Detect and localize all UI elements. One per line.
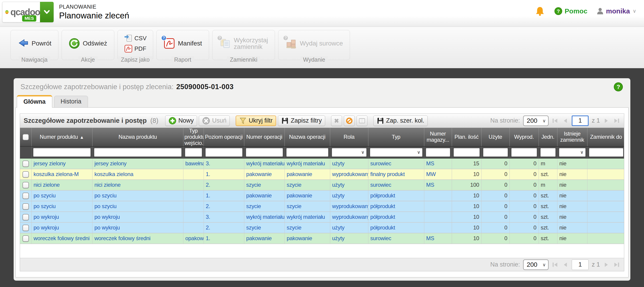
table-row[interactable]: po szyciupo szyciu2.szycieszyciewyproduk… [20, 201, 624, 212]
clear-filter-button[interactable] [331, 116, 342, 126]
tab-glowna[interactable]: Główna [17, 95, 52, 108]
column-header-12[interactable]: Wyprod. [510, 128, 538, 146]
column-header-11[interactable]: Użyte [481, 128, 510, 146]
row-checkbox[interactable] [22, 171, 29, 178]
table-cell: wyprodukowany [330, 169, 368, 180]
table-cell: po wykroju [92, 212, 183, 222]
prev-page-button[interactable] [562, 261, 568, 268]
filter-funnel-icon [239, 117, 246, 124]
table-cell: nici zielone [31, 180, 92, 190]
column-header-5[interactable]: Numer operacji [244, 128, 284, 146]
prev-page-button[interactable] [562, 117, 568, 124]
column-filter-input[interactable] [454, 148, 480, 157]
page-number-input[interactable] [572, 116, 588, 126]
table-cell: 0 [481, 190, 510, 201]
column-header-1[interactable]: Numer produktu▲ [31, 128, 92, 146]
notification-bell-icon[interactable] [535, 6, 545, 16]
column-chooser-button[interactable] [356, 116, 368, 126]
table-row[interactable]: jersey zielonyjersey zielonybawełna3.wyk… [20, 158, 624, 169]
refresh-button[interactable]: Odśwież [67, 36, 109, 51]
table-cell [587, 190, 624, 201]
column-header-6[interactable]: Nazwa operacji [284, 128, 330, 146]
column-filter-select[interactable]: ∨ [370, 148, 422, 157]
module-name: PLANOWANIE [59, 4, 129, 10]
column-filter-input[interactable] [589, 148, 623, 157]
column-header-4[interactable]: Poziom operacji [204, 128, 244, 146]
help-link[interactable]: ? Pomoc [554, 7, 588, 15]
select-all-checkbox[interactable] [22, 134, 29, 140]
table-row[interactable]: po wykrojupo wykroju2.szycieszycieużytyp… [20, 222, 624, 233]
last-page-button[interactable] [613, 117, 620, 124]
column-header-2[interactable]: Nazwa produktu [92, 128, 183, 146]
use-substitute-button[interactable]: ? Wykorzystaj zamiennik [218, 36, 270, 52]
save-filters-button[interactable]: Zapisz filtry [278, 116, 325, 126]
column-filter-input[interactable] [540, 148, 556, 157]
row-checkbox[interactable] [22, 235, 29, 242]
table-cell [183, 190, 204, 201]
row-checkbox[interactable] [22, 225, 29, 231]
table-row[interactable]: po szyciupo szyciu1.pakowaniepakowanieuż… [20, 190, 624, 201]
cancel-selection-button[interactable] [344, 116, 355, 126]
row-checkbox[interactable] [22, 182, 29, 188]
column-header-9[interactable]: Numer magazy... [424, 128, 452, 146]
table-row[interactable]: koszulka zielona-Mkoszulka zielona1.pako… [20, 169, 624, 180]
row-checkbox-cell [20, 169, 31, 180]
export-csv-button[interactable]: CSV [123, 34, 148, 43]
column-header-7[interactable]: Rola [330, 128, 368, 146]
panel-help-button[interactable]: ? [614, 82, 623, 92]
manifest-button[interactable]: ? Manifest [162, 36, 204, 51]
table-row[interactable]: woreczek foliowy średniworeczek foliowy … [20, 233, 624, 244]
column-filter-input[interactable] [483, 148, 508, 157]
column-header-14[interactable]: Istnieje zamiennik [557, 128, 587, 146]
column-header-3[interactable]: Typ produktu wejścio... [183, 128, 204, 146]
page-number-input[interactable] [572, 259, 588, 270]
column-filter-input[interactable] [426, 148, 450, 157]
column-filter-input[interactable] [185, 148, 202, 157]
column-filter-input[interactable] [511, 148, 537, 157]
user-name: monika [606, 7, 630, 15]
table-cell: 10 [452, 212, 481, 222]
column-filter-select[interactable]: ∨ [559, 148, 586, 157]
next-page-button[interactable] [603, 261, 610, 268]
hide-filter-button[interactable]: Ukryj filtr [236, 116, 276, 126]
row-checkbox[interactable] [22, 161, 29, 167]
column-header-13[interactable]: Jedn. [538, 128, 557, 146]
cancel-circle-icon [346, 117, 353, 124]
column-filter-input[interactable] [286, 148, 328, 157]
column-filter-input[interactable] [206, 148, 242, 157]
row-checkbox[interactable] [22, 193, 29, 199]
save-column-widths-button[interactable]: Zap. szer. kol. [373, 116, 428, 126]
issue-materials-button[interactable]: ? Wydaj surowce [283, 36, 345, 51]
table-row[interactable]: po wykrojupo wykroju3.wykrój materiałuwy… [20, 212, 624, 222]
row-checkbox-cell [20, 180, 31, 190]
table-cell: surowiec [368, 158, 424, 169]
column-header-10[interactable]: Plan. ilość [452, 128, 481, 146]
last-page-button[interactable] [613, 261, 620, 268]
prev-page-icon [562, 261, 568, 268]
column-header-8[interactable]: Typ [368, 128, 424, 146]
back-button[interactable]: Powrót [16, 36, 53, 51]
column-filter-input[interactable] [94, 148, 182, 157]
user-menu[interactable]: monika ∨ [596, 7, 636, 15]
row-checkbox[interactable] [22, 203, 29, 210]
per-page-select[interactable]: 200 ∨ [523, 116, 548, 126]
table-cell: 100 [452, 180, 481, 190]
app-menu-button[interactable] [40, 2, 54, 22]
per-page-select[interactable]: 200 ∨ [523, 259, 548, 270]
column-filter-input[interactable] [33, 148, 91, 157]
first-page-button[interactable] [552, 117, 558, 124]
table-cell [183, 201, 204, 212]
delete-button[interactable]: Usuń [199, 116, 230, 126]
column-header-15[interactable]: Zamiennik do [587, 128, 624, 146]
export-pdf-button[interactable]: PDF [123, 44, 148, 54]
table-cell: wyprodukowany [330, 212, 368, 222]
column-filter-input[interactable] [246, 148, 283, 157]
first-page-button[interactable] [552, 261, 558, 268]
table-row[interactable]: nici zielonenici zielone2.szycieszycieuż… [20, 180, 624, 190]
new-button[interactable]: Nowy [165, 116, 197, 126]
next-page-button[interactable] [603, 117, 610, 124]
tab-historia[interactable]: Historia [54, 96, 88, 107]
qcadoo-logo[interactable]: qcadoo MES [2, 2, 40, 22]
column-filter-select[interactable]: ∨ [332, 148, 366, 157]
row-checkbox[interactable] [22, 214, 29, 220]
